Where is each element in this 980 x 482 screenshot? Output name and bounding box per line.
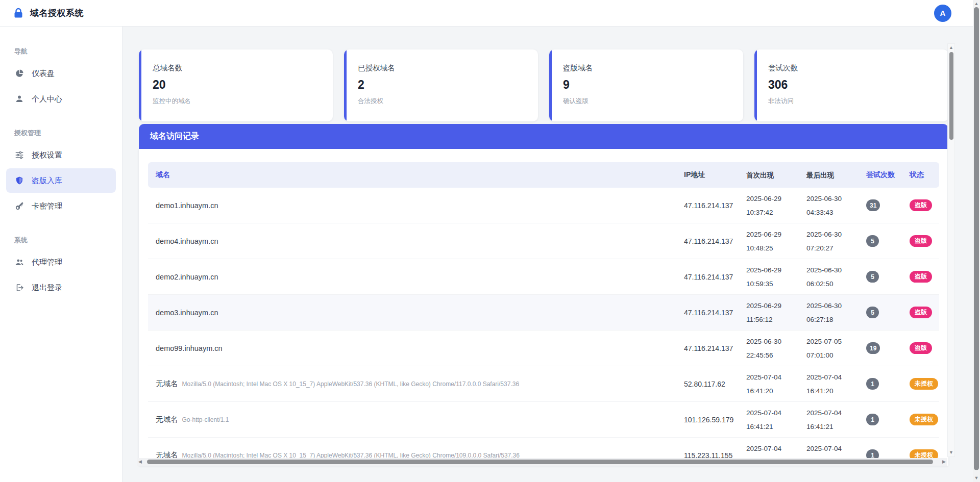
content-horizontal-scrollbar-thumb[interactable] [147,460,933,464]
column-header-status: 状态 [902,170,939,180]
stat-value: 306 [768,78,948,92]
scroll-up-icon[interactable]: ▲ [974,2,979,6]
logout-icon [15,283,24,292]
stat-subtitle: 监控中的域名 [153,97,333,106]
table-row[interactable]: 无域名 Go-http-client/1.1 101.126.59.179 20… [148,402,939,438]
sidebar-item-card-keys[interactable]: 卡密管理 [6,194,116,218]
last-seen-cell: 2025-07-0416:41:20 [799,370,859,398]
sidebar-item-dashboard[interactable]: 仪表盘 [6,61,116,86]
scroll-up-icon[interactable]: ▲ [949,45,953,50]
brand: 域名授权系统 [12,7,84,19]
nav-section-system: 系统 代理管理 退出登录 [6,236,116,300]
scroll-down-icon[interactable]: ▼ [974,476,979,480]
users-icon [15,258,24,267]
scroll-left-icon[interactable]: ◀ [138,460,142,464]
stat-title: 尝试次数 [768,63,948,73]
column-header-first-seen: 首次出现 [739,168,799,182]
sidebar-item-label: 授权设置 [32,150,62,160]
table-row[interactable]: demo99.inhuaym.cn 47.116.214.137 2025-06… [148,331,939,366]
attempt-count-badge: 31 [866,199,880,211]
content-horizontal-scrollbar[interactable]: ◀ ▶ [137,458,947,466]
domain-cell: 无域名 [156,415,178,424]
scroll-right-icon[interactable]: ▶ [942,460,946,464]
last-seen-cell: 2025-06-3006:02:50 [799,263,859,291]
nav-section-authorization: 授权管理 授权设置 盗版入库 [6,129,116,218]
sidebar-item-label: 仪表盘 [32,69,55,79]
domain-cell: demo1.inhuaym.cn [156,201,218,210]
first-seen-cell: 2025-06-2911:56:12 [739,299,799,326]
sidebar: 导航 仪表盘 个人中心 授权管理 [0,27,122,482]
table-body: demo1.inhuaym.cn 47.116.214.137 2025-06-… [148,188,939,466]
pie-chart-icon [15,69,24,78]
stat-subtitle: 合法授权 [358,97,538,106]
content-vertical-scrollbar-thumb[interactable] [949,52,953,140]
attempt-count-badge: 5 [866,235,879,247]
first-seen-cell: 2025-06-2910:37:42 [739,192,799,219]
nav-section-navigation: 导航 仪表盘 个人中心 [6,47,116,111]
table-row[interactable]: demo2.inhuaym.cn 47.116.214.137 2025-06-… [148,259,939,295]
ip-cell: 101.126.59.179 [676,416,739,424]
domain-cell: demo2.inhuaym.cn [156,273,218,281]
attempt-count-badge: 19 [866,342,880,354]
sidebar-item-label: 代理管理 [32,258,62,267]
shield-icon [15,176,24,185]
nav-section-label: 系统 [6,236,116,250]
last-seen-cell: 2025-06-3007:20:27 [799,227,859,255]
ip-cell: 47.116.214.137 [676,201,739,210]
lock-icon [12,7,24,19]
sidebar-item-label: 卡密管理 [32,201,62,211]
domain-cell: demo99.inhuaym.cn [156,344,223,352]
content-vertical-scrollbar[interactable]: ▲ ▼ [947,43,955,457]
stat-value: 20 [153,78,333,92]
stat-cards-row: 总域名数 20 监控中的域名 已授权域名 2 合法授权 盗版域名 9 确认盗版 … [139,49,948,121]
domain-cell: demo4.inhuaym.cn [156,237,218,245]
table-row[interactable]: demo4.inhuaym.cn 47.116.214.137 2025-06-… [148,223,939,259]
table-row[interactable]: 无域名 Mozilla/5.0 (Macintosh; Intel Mac OS… [148,366,939,402]
sidebar-item-label: 退出登录 [32,283,62,293]
attempt-count-badge: 1 [866,414,879,425]
ip-cell: 52.80.117.62 [676,380,739,388]
attempt-count-badge: 1 [866,378,879,390]
stat-subtitle: 确认盗版 [563,97,743,106]
sidebar-item-label: 个人中心 [32,94,62,104]
stat-value: 2 [358,78,538,92]
stat-card-total-domains: 总域名数 20 监控中的域名 [139,49,333,121]
user-agent-text: Mozilla/5.0 (Macintosh; Intel Mac OS X 1… [182,380,520,388]
sidebar-item-agents[interactable]: 代理管理 [6,250,116,274]
attempt-count-badge: 5 [866,307,879,318]
domain-records-table: 域名 IP地址 首次出现 最后出现 尝试次数 状态 demo1.inhuaym.… [139,149,948,466]
app-header: 域名授权系统 A [0,0,973,27]
sliders-icon [15,150,24,160]
stat-subtitle: 非法访问 [768,97,948,106]
stat-card-authorized: 已授权域名 2 合法授权 [344,49,538,121]
stat-card-attempts: 尝试次数 306 非法访问 [754,49,948,121]
page-vertical-scrollbar-thumb[interactable] [974,7,979,470]
domain-cell: demo3.inhuaym.cn [156,309,218,317]
last-seen-cell: 2025-06-3006:27:18 [799,299,859,326]
page-vertical-scrollbar[interactable]: ▲ ▼ [973,0,980,482]
last-seen-cell: 2025-07-0507:01:00 [799,335,859,362]
sidebar-item-logout[interactable]: 退出登录 [6,275,116,300]
scroll-down-icon[interactable]: ▼ [949,450,953,455]
last-seen-cell: 2025-06-3004:33:43 [799,192,859,219]
first-seen-cell: 2025-06-3022:45:56 [739,335,799,362]
user-avatar[interactable]: A [934,5,951,22]
first-seen-cell: 2025-07-0416:41:20 [739,370,799,398]
column-header-last-seen: 最后出现 [799,168,859,182]
key-icon [15,201,24,211]
user-agent-text: Go-http-client/1.1 [182,416,229,423]
stat-card-pirated: 盗版域名 9 确认盗版 [549,49,743,121]
first-seen-cell: 2025-06-2910:59:35 [739,263,799,291]
status-badge: 盗版 [910,271,932,283]
sidebar-item-piracy-records[interactable]: 盗版入库 [6,168,116,193]
first-seen-cell: 2025-06-2910:48:25 [739,227,799,255]
table-row[interactable]: demo3.inhuaym.cn 47.116.214.137 2025-06-… [148,295,939,331]
domain-cell: 无域名 [156,379,178,389]
status-badge: 未授权 [910,414,938,425]
table-row[interactable]: demo1.inhuaym.cn 47.116.214.137 2025-06-… [148,188,939,223]
sidebar-item-auth-settings[interactable]: 授权设置 [6,143,116,167]
stat-title: 总域名数 [153,63,333,73]
status-badge: 盗版 [910,199,932,211]
sidebar-item-profile[interactable]: 个人中心 [6,87,116,111]
stat-title: 已授权域名 [358,63,538,73]
